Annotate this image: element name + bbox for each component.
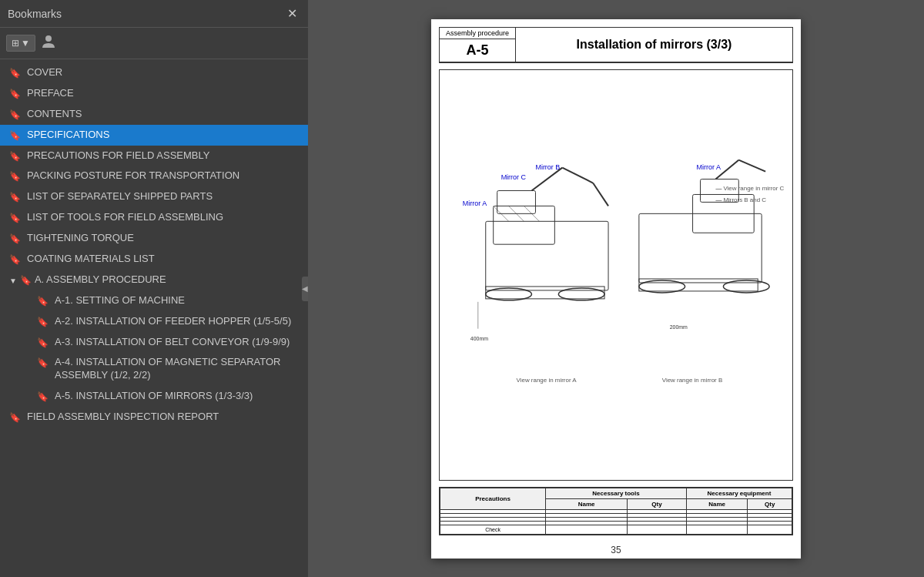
bookmark-label-a1: A-1. SETTING OF MACHINE [55, 294, 185, 307]
svg-text:Mirror B: Mirror B [535, 163, 560, 170]
procedure-box: Assembly procedure A-5 [439, 27, 516, 62]
page: Assembly procedure A-5 Installation of m… [431, 19, 801, 559]
bookmark-item-preface[interactable]: 🔖 PREFACE [0, 83, 308, 104]
bookmark-icon-list-tools: 🔖 [9, 213, 21, 223]
equip-qty-header: Qty [748, 498, 792, 509]
bookmark-item-a3[interactable]: 🔖 A-3. INSTALLATION OF BELT CONVEYOR (1/… [0, 332, 308, 353]
tools-qty-header: Qty [628, 498, 687, 509]
bookmark-label-assembly-proc: A. ASSEMBLY PROCEDURE [35, 273, 166, 287]
svg-line-6 [593, 183, 608, 206]
tools-header: Necessary tools [546, 488, 687, 498]
bookmark-label-tightening: TIGHTENING TORQUE [27, 232, 134, 245]
bookmark-label-specifications: SPECIFICATIONS [27, 129, 109, 142]
bookmark-icon-cover: 🔖 [9, 68, 21, 79]
bookmark-item-a5[interactable]: 🔖 A-5. INSTALLATION OF MIRRORS (1/3-3/3) [0, 386, 308, 407]
svg-text:200mm: 200mm [670, 324, 688, 329]
svg-rect-2 [494, 206, 555, 244]
bookmarks-header: Bookmarks ✕ [0, 0, 308, 28]
page-footer: 35 [431, 542, 801, 559]
bookmark-icon-inspection: 🔖 [9, 412, 21, 423]
svg-text:Mirror A: Mirror A [697, 163, 721, 170]
bookmark-label-a3: A-3. INSTALLATION OF BELT CONVEYOR (1/9-… [55, 336, 290, 349]
page-content: Mirror C Mirror B Mirror A 400mm [431, 63, 801, 542]
page-number: 35 [611, 545, 621, 555]
bookmark-label-preface: PREFACE [27, 87, 74, 100]
bookmark-icon-precautions: 🔖 [9, 151, 21, 162]
tools-name-header: Name [546, 498, 628, 509]
bookmark-item-a1[interactable]: 🔖 A-1. SETTING OF MACHINE [0, 290, 308, 311]
bookmark-item-list-tools[interactable]: 🔖 LIST OF TOOLS FOR FIELD ASSEMBLING [0, 207, 308, 228]
bookmark-item-assembly-proc[interactable]: ▼ 🔖 A. ASSEMBLY PROCEDURE [0, 270, 308, 290]
bookmark-label-packing: PACKING POSTURE FOR TRANSPORTATION [27, 169, 239, 183]
resize-arrow-icon: ◀ [302, 277, 308, 301]
bookmark-icon-contents: 🔖 [9, 109, 21, 120]
bookmark-item-list-parts[interactable]: 🔖 LIST OF SEPARATELY SHIPPED PARTS [0, 186, 308, 207]
bookmark-icon-preface: 🔖 [9, 89, 21, 99]
bookmark-icon-tightening: 🔖 [9, 233, 21, 244]
bookmark-icon-a1: 🔖 [37, 296, 49, 307]
bookmark-item-specifications[interactable]: 🔖 SPECIFICATIONS [0, 125, 308, 146]
svg-text:View range in mirror A: View range in mirror A [517, 377, 578, 384]
bookmark-icon-list-parts: 🔖 [9, 192, 21, 203]
equip-name-header: Name [686, 498, 747, 509]
bookmark-item-a4[interactable]: 🔖 A-4. INSTALLATION OF MAGNETIC SEPARATO… [0, 352, 308, 386]
bookmark-item-tightening[interactable]: 🔖 TIGHTENING TORQUE [0, 228, 308, 249]
left-machine-group: Mirror C Mirror B Mirror A 400mm [463, 163, 608, 340]
bookmark-label-coating: COATING MATERIALS LIST [27, 253, 155, 266]
bookmark-icon-coating: 🔖 [9, 254, 21, 265]
person-icon [41, 34, 56, 49]
equipment-header: Necessary equipment [686, 488, 792, 498]
bookmark-item-contents[interactable]: 🔖 CONTENTS [0, 104, 308, 125]
bookmark-label-a4: A-4. INSTALLATION OF MAGNETIC SEPARATOR … [55, 356, 302, 382]
svg-line-5 [562, 167, 593, 183]
bookmark-item-a2[interactable]: 🔖 A-2. INSTALLATION OF FEEDER HOPPER (1/… [0, 311, 308, 332]
bookmark-label-inspection: FIELD ASSEMBLY INSPECTION REPORT [27, 411, 219, 424]
svg-text:400mm: 400mm [470, 335, 488, 340]
svg-text:View range in mirror B: View range in mirror B [662, 377, 723, 384]
svg-text:Mirrors B and C: Mirrors B and C [723, 196, 766, 203]
page-header: Assembly procedure A-5 Installation of m… [439, 27, 793, 63]
bookmark-icon-a3: 🔖 [37, 337, 49, 348]
svg-rect-1 [486, 221, 608, 290]
bookmark-label-contents: CONTENTS [27, 108, 82, 121]
expand-button[interactable]: ⊞ ▼ [6, 35, 35, 52]
bookmark-label-list-tools: LIST OF TOOLS FOR FIELD ASSEMBLING [27, 211, 223, 224]
bookmark-icon-packing: 🔖 [9, 171, 21, 182]
bookmark-icon-assembly-proc: 🔖 [20, 275, 32, 286]
bookmark-label-list-parts: LIST OF SEPARATELY SHIPPED PARTS [27, 190, 213, 203]
bookmark-item-packing[interactable]: 🔖 PACKING POSTURE FOR TRANSPORTATION [0, 166, 308, 186]
svg-line-22 [738, 159, 765, 171]
bookmarks-panel: Bookmarks ✕ ⊞ ▼ 🔖 COVER 🔖 PREFACE 🔖 [0, 0, 308, 577]
resize-handle[interactable]: ◀ [302, 0, 308, 577]
person-icon-button[interactable] [38, 32, 59, 55]
right-machine-group: Mirror A 200mm View range in mirror C Mi… [639, 159, 785, 329]
svg-text:Mirror C: Mirror C [501, 173, 527, 180]
bookmark-item-inspection[interactable]: 🔖 FIELD ASSEMBLY INSPECTION REPORT [0, 407, 308, 428]
bookmark-label-a5: A-5. INSTALLATION OF MIRRORS (1/3-3/3) [55, 390, 253, 403]
bookmark-label-precautions: PRECAUTIONS FOR FIELD ASSEMBLY [27, 149, 209, 163]
svg-text:View range in mirror C: View range in mirror C [723, 185, 784, 192]
bookmark-item-cover[interactable]: 🔖 COVER [0, 62, 308, 83]
bookmarks-list: 🔖 COVER 🔖 PREFACE 🔖 CONTENTS 🔖 SPECIFICA… [0, 59, 308, 577]
bookmark-icon-specifications: 🔖 [9, 130, 21, 141]
bookmark-icon-a4: 🔖 [37, 357, 49, 368]
grid-icon: ⊞ [12, 38, 19, 49]
diagram-area: Mirror C Mirror B Mirror A 400mm [439, 69, 793, 481]
svg-point-0 [45, 35, 52, 42]
expand-arrow-icon: ▼ [9, 277, 17, 285]
svg-rect-3 [497, 190, 536, 213]
page-title: Installation of mirrors (3/3) [516, 27, 793, 62]
bookmark-icon-a2: 🔖 [37, 317, 49, 327]
bookmark-label-a2: A-2. INSTALLATION OF FEEDER HOPPER (1/5-… [55, 315, 291, 328]
bookmark-item-coating[interactable]: 🔖 COATING MATERIALS LIST [0, 249, 308, 270]
bookmark-label-cover: COVER [27, 66, 62, 79]
procedure-label: Assembly procedure [440, 28, 515, 39]
close-button[interactable]: ✕ [284, 5, 300, 22]
bookmark-item-precautions[interactable]: 🔖 PRECAUTIONS FOR FIELD ASSEMBLY [0, 146, 308, 166]
toolbar: ⊞ ▼ [0, 28, 308, 59]
document-view: Assembly procedure A-5 Installation of m… [308, 0, 924, 577]
svg-text:Mirror A: Mirror A [463, 200, 487, 207]
bottom-table: Precautions Necessary tools Necessary eq… [439, 487, 793, 535]
table-row: Check [440, 525, 792, 534]
procedure-number: A-5 [463, 39, 491, 62]
